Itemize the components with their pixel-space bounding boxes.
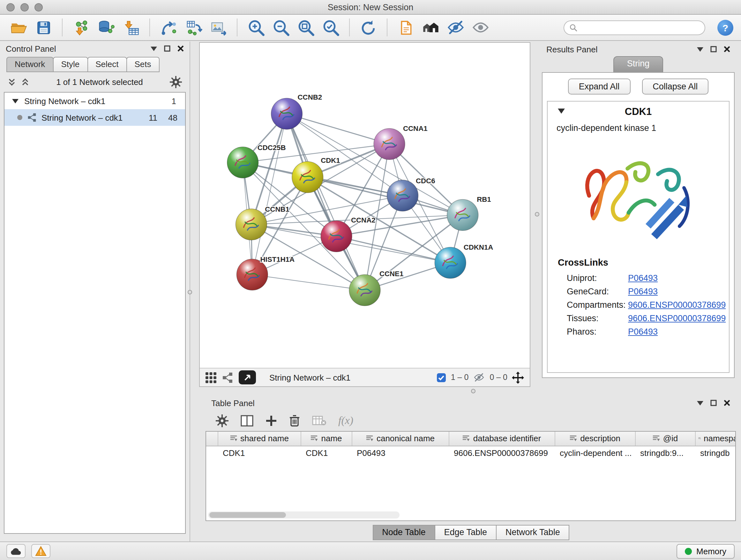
window-close-button[interactable] bbox=[6, 3, 15, 11]
zoom-fit-button[interactable] bbox=[295, 17, 317, 38]
grid-view-icon[interactable] bbox=[205, 372, 216, 383]
network-edge-CCNB2-CCNE1[interactable] bbox=[287, 114, 365, 290]
gear-icon[interactable] bbox=[170, 76, 182, 88]
results-tab-string[interactable]: String bbox=[614, 56, 663, 72]
crosslink-link[interactable]: 9606.ENSP00000378699 bbox=[628, 300, 726, 310]
open-session-button[interactable] bbox=[8, 17, 29, 38]
tree-expander-icon[interactable] bbox=[12, 99, 18, 103]
table-cell[interactable]: CDK1 bbox=[300, 446, 352, 460]
table-cell[interactable]: P06493 bbox=[352, 446, 449, 460]
new-network-from-selection-button[interactable] bbox=[158, 17, 179, 38]
section-expander-icon[interactable] bbox=[558, 109, 565, 114]
splitter-handle[interactable] bbox=[471, 389, 475, 393]
table-horizontal-scrollbar[interactable] bbox=[208, 511, 400, 518]
show-glass-balls-button[interactable] bbox=[470, 17, 491, 38]
column-header-canonical-name[interactable]: canonical name bbox=[352, 432, 449, 446]
splitter-handle[interactable] bbox=[188, 290, 192, 294]
search-field[interactable] bbox=[563, 20, 705, 35]
cloud-status-button[interactable] bbox=[6, 544, 25, 558]
expand-all-button[interactable]: Expand All bbox=[568, 78, 630, 95]
network-node-CCNB2[interactable] bbox=[271, 98, 302, 129]
network-node-CCNA2[interactable] bbox=[321, 221, 352, 252]
tab-sets[interactable]: Sets bbox=[126, 57, 159, 72]
maximize-panel-icon[interactable] bbox=[711, 46, 717, 52]
help-button[interactable]: ? bbox=[718, 19, 733, 36]
export-image-button[interactable] bbox=[207, 17, 229, 38]
zoom-selected-button[interactable] bbox=[320, 17, 341, 38]
column-header-namespac[interactable]: namespac bbox=[695, 432, 736, 446]
selected-checkbox-icon[interactable] bbox=[437, 373, 447, 382]
function-builder-button[interactable]: f(x) bbox=[338, 414, 353, 427]
table-cell[interactable]: stringdb:9... bbox=[635, 446, 695, 460]
network-node-CDC6[interactable] bbox=[387, 180, 418, 211]
gene-section-header[interactable]: CDK1 bbox=[548, 102, 729, 122]
network-row-selected[interactable]: String Network – cdk1 11 48 bbox=[4, 109, 185, 126]
window-zoom-button[interactable] bbox=[35, 3, 43, 11]
crosslink-link[interactable]: P06493 bbox=[628, 287, 658, 296]
maximize-panel-icon[interactable] bbox=[164, 45, 171, 52]
hide-glass-balls-button[interactable] bbox=[445, 17, 467, 38]
tab-style[interactable]: Style bbox=[53, 57, 88, 72]
network-edge-HIST1H1A-CCNE1[interactable] bbox=[252, 274, 365, 290]
table-settings-gear-icon[interactable] bbox=[216, 414, 228, 427]
tab-network[interactable]: Network bbox=[6, 57, 53, 72]
network-node-CDK1[interactable] bbox=[292, 162, 323, 193]
open-in-new-window-button[interactable] bbox=[239, 370, 256, 384]
crosslink-link[interactable]: P06493 bbox=[628, 327, 658, 336]
table-tab-node-table[interactable]: Node Table bbox=[373, 525, 435, 540]
column-header-database-identifier[interactable]: database identifier bbox=[449, 432, 555, 446]
import-network-from-database-button[interactable] bbox=[95, 17, 117, 38]
close-panel-icon[interactable] bbox=[724, 46, 730, 52]
table-cell[interactable]: 9606.ENSP00000378699 bbox=[449, 446, 555, 460]
table-cell[interactable]: cyclin-dependent ... bbox=[555, 446, 635, 460]
collapse-all-icon[interactable] bbox=[8, 78, 16, 86]
network-edge-CCNA2-CDKN1A[interactable] bbox=[336, 236, 450, 263]
table-tab-edge-table[interactable]: Edge Table bbox=[434, 525, 496, 540]
float-panel-icon[interactable] bbox=[151, 46, 157, 51]
show-columns-icon[interactable] bbox=[241, 415, 253, 426]
home-networks-button[interactable] bbox=[420, 17, 442, 38]
network-node-RB1[interactable] bbox=[447, 199, 478, 231]
pan-crosshair-icon[interactable] bbox=[512, 371, 524, 383]
import-network-from-file-button[interactable] bbox=[70, 17, 92, 38]
add-column-icon[interactable] bbox=[266, 415, 277, 426]
network-node-HIST1H1A[interactable] bbox=[237, 259, 268, 290]
network-graph[interactable]: CCNB2CCNA1CDC25BCDK1CDC6RB1CCNB1CCNA2CDK… bbox=[200, 43, 530, 368]
table-row[interactable]: CDK1CDK1P064939606.ENSP00000378699cyclin… bbox=[206, 446, 736, 460]
column-header-description[interactable]: description bbox=[555, 432, 635, 446]
crosslink-link[interactable]: 9606.ENSP00000378699 bbox=[628, 314, 726, 323]
document-button[interactable] bbox=[395, 17, 417, 38]
column-header-name[interactable]: name bbox=[300, 432, 352, 446]
collapse-all-button[interactable]: Collapse All bbox=[642, 78, 709, 95]
network-and-table-button[interactable] bbox=[183, 17, 204, 38]
crosslink-link[interactable]: P06493 bbox=[628, 273, 658, 283]
network-node-CDC25B[interactable] bbox=[227, 147, 259, 178]
tab-select[interactable]: Select bbox=[87, 57, 127, 72]
float-panel-icon[interactable] bbox=[697, 401, 703, 405]
warnings-button[interactable] bbox=[31, 544, 51, 558]
save-session-button[interactable] bbox=[32, 17, 54, 38]
network-node-CCNB1[interactable] bbox=[235, 209, 267, 240]
scrollbar-thumb[interactable] bbox=[209, 512, 286, 518]
close-panel-icon[interactable] bbox=[724, 400, 730, 406]
splitter-handle[interactable] bbox=[535, 212, 539, 216]
delete-column-trash-icon[interactable] bbox=[289, 415, 300, 427]
zoom-in-button[interactable] bbox=[245, 17, 267, 38]
expand-all-icon[interactable] bbox=[21, 78, 29, 86]
float-panel-icon[interactable] bbox=[697, 47, 703, 51]
network-edge-CCNB2-CCNA1[interactable] bbox=[287, 114, 390, 144]
table-cell[interactable]: stringdb bbox=[695, 446, 736, 460]
window-minimize-button[interactable] bbox=[20, 3, 29, 11]
search-input[interactable] bbox=[581, 22, 699, 33]
apply-preferred-layout-button[interactable] bbox=[357, 17, 379, 38]
column-header--id[interactable]: @id bbox=[635, 432, 695, 446]
table-cell[interactable]: CDK1 bbox=[218, 446, 300, 460]
network-node-CCNA1[interactable] bbox=[374, 128, 405, 160]
column-header-shared-name[interactable]: shared name bbox=[218, 432, 300, 446]
maximize-panel-icon[interactable] bbox=[711, 400, 717, 406]
network-node-CCNE1[interactable] bbox=[349, 274, 381, 306]
import-table-button[interactable] bbox=[120, 17, 142, 38]
network-edge-CCNB2-HIST1H1A[interactable] bbox=[252, 114, 286, 274]
zoom-out-button[interactable] bbox=[270, 17, 292, 38]
hidden-eye-slash-icon[interactable] bbox=[473, 372, 485, 382]
